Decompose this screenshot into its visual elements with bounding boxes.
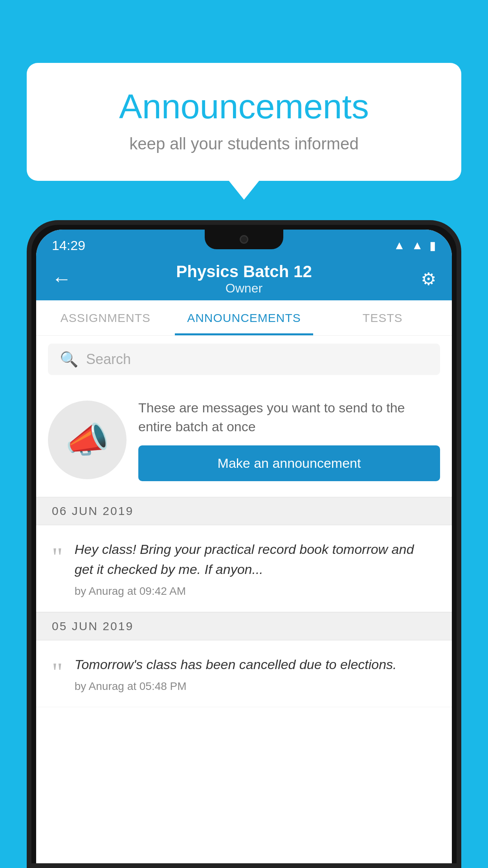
search-bar[interactable]: 🔍 Search [48,344,440,375]
signal-icon: ▲ [411,239,423,252]
phone-volume-up-button [27,331,31,366]
search-placeholder: Search [86,351,131,368]
promo-right: These are messages you want to send to t… [138,399,440,481]
announcement-text-1: Hey class! Bring your practical record b… [75,539,436,579]
announcement-body-1: Hey class! Bring your practical record b… [75,539,436,598]
phone-screen: 14:29 ▲ ▲ ▮ ← Physics Batch 12 Owner ⚙ A… [36,230,452,863]
quote-icon-2: " [52,658,63,685]
date-label-2: 05 JUN 2019 [52,620,134,633]
quote-icon-1: " [52,543,63,570]
phone-frame: 14:29 ▲ ▲ ▮ ← Physics Batch 12 Owner ⚙ A… [27,220,461,868]
phone-volume-down-button [27,378,31,414]
date-separator-2: 05 JUN 2019 [36,612,452,640]
speech-bubble-card: Announcements keep all your students inf… [27,63,461,181]
announcement-item-1[interactable]: " Hey class! Bring your practical record… [36,525,452,612]
speech-bubble-section: Announcements keep all your students inf… [27,63,461,181]
megaphone-circle: 📣 [48,401,127,479]
tab-announcements[interactable]: ANNOUNCEMENTS [175,300,314,335]
tab-assignments[interactable]: ASSIGNMENTS [36,300,175,335]
search-bar-container: 🔍 Search [36,336,452,383]
announcement-meta-1: by Anurag at 09:42 AM [75,585,436,598]
app-bar-title-section: Physics Batch 12 Owner [176,262,312,296]
user-role: Owner [176,281,312,296]
phone-power-button [457,303,461,335]
phone-silent-button [27,296,31,319]
promo-description: These are messages you want to send to t… [138,399,440,436]
page-subtitle: keep all your students informed [58,134,430,153]
announcement-meta-2: by Anurag at 05:48 PM [75,680,436,693]
phone-notch [205,230,283,249]
date-label-1: 06 JUN 2019 [52,504,134,517]
page-title: Announcements [58,86,430,127]
back-button[interactable]: ← [52,267,72,290]
battery-icon: ▮ [429,239,436,252]
settings-icon[interactable]: ⚙ [421,269,436,289]
announcement-promo: 📣 These are messages you want to send to… [36,383,452,497]
search-icon: 🔍 [60,351,78,368]
announcement-body-2: Tomorrow's class has been cancelled due … [75,655,436,693]
announcement-item-2[interactable]: " Tomorrow's class has been cancelled du… [36,640,452,707]
tab-tests[interactable]: TESTS [313,300,452,335]
phone-camera [240,235,248,244]
status-icons: ▲ ▲ ▮ [394,239,436,252]
make-announcement-button[interactable]: Make an announcement [138,445,440,481]
announcement-text-2: Tomorrow's class has been cancelled due … [75,655,436,675]
app-bar: ← Physics Batch 12 Owner ⚙ [36,257,452,300]
status-time: 14:29 [52,238,85,253]
batch-name: Physics Batch 12 [176,262,312,281]
wifi-icon: ▲ [394,239,405,252]
megaphone-icon: 📣 [65,419,109,461]
tabs-bar: ASSIGNMENTS ANNOUNCEMENTS TESTS [36,300,452,336]
date-separator-1: 06 JUN 2019 [36,497,452,525]
